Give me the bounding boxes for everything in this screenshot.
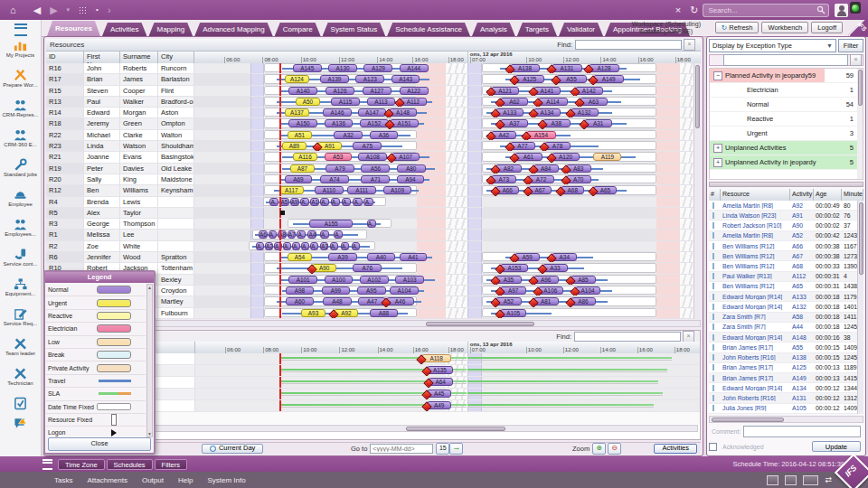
activity-bar[interactable]: A84 [533, 164, 559, 173]
sidebar-item-task-check-icon[interactable] [0, 397, 41, 417]
jeopardy-column-activity[interactable]: Activity [790, 189, 814, 201]
activity-bar[interactable]: A51 [288, 131, 312, 139]
activity-bar[interactable]: A56 [361, 164, 390, 173]
activity-bar[interactable]: A112 [400, 98, 427, 106]
activity-bar[interactable]: A39 [328, 253, 357, 261]
activity-bar[interactable]: A116 [293, 153, 317, 161]
activity-bar[interactable]: A104 [390, 286, 419, 295]
sidebar-item-my-projects[interactable]: My Projects [0, 39, 41, 69]
activity-bar[interactable]: A93 [301, 309, 326, 317]
activity-bar[interactable]: A108 [358, 153, 387, 161]
activity-bar[interactable]: A132 [571, 108, 599, 117]
activity-bar[interactable]: A.. [256, 242, 264, 250]
tab-system-status[interactable]: System Status [323, 23, 386, 36]
column-header-first-name[interactable]: First Name [84, 52, 120, 63]
acknowledged-checkbox[interactable] [709, 443, 717, 451]
activity-bar[interactable]: A113 [367, 98, 396, 106]
jeopardy-table-hscrollbar[interactable] [709, 416, 863, 423]
column-header-surname[interactable]: Surname [120, 52, 158, 63]
jeopardy-row[interactable]: Julia Jones [R9]A10500:00:121409 [709, 404, 863, 414]
activity-bar[interactable]: A127 [363, 87, 392, 95]
resource-link[interactable]: Ben Williams [R12] [722, 283, 774, 289]
activity-bar[interactable]: A134 [533, 108, 561, 117]
resource-link[interactable]: Julia Jones [R9] [722, 405, 766, 411]
activity-bar[interactable]: A130 [328, 64, 357, 72]
statusbar-button-filters[interactable]: Filters [155, 459, 187, 470]
resource-row[interactable]: R22MichaelClarkeWaltonA51A32A36A42A154 [46, 130, 701, 141]
keyboard-icon[interactable] [803, 475, 818, 485]
activity-link[interactable]: A105 [792, 405, 807, 411]
tab-analysis[interactable]: Analysis [472, 23, 515, 36]
activity-bar[interactable]: A4 [307, 230, 316, 239]
resource-link[interactable]: Brian James [R17] [722, 364, 773, 371]
activity-bar[interactable]: A155 [309, 220, 353, 228]
sidebar-item-employee[interactable]: Employee [0, 188, 41, 218]
activity-bar[interactable]: A90 [312, 264, 336, 272]
activity-bar[interactable]: A.. [342, 198, 351, 206]
column-header-city[interactable]: City [158, 52, 194, 63]
resource-row[interactable]: R6JenniferWoodSprattonA54A39A40A41A59A34 [46, 252, 701, 263]
activity-bar[interactable]: A3 [320, 242, 328, 250]
resource-link[interactable]: John Roberts [R16] [722, 395, 776, 401]
display-by-dropdown[interactable]: Display by Exception Type▼ [709, 39, 836, 52]
jeopardy-row[interactable]: Brian James [R17]A5500:00:151409 [709, 343, 863, 352]
activity-bar[interactable]: A95 [357, 286, 386, 295]
activity-bar[interactable]: A120 [552, 153, 580, 161]
activity-bar[interactable]: A121 [491, 87, 519, 95]
activity-bar[interactable]: A100 [325, 276, 354, 284]
tree-item-unplanned-activity-in-jeopardy[interactable]: +Unplanned Activity in jeopardy5 [710, 155, 863, 170]
resource-row[interactable]: R23LindaWatsonShouldhamA89A91A75A77A78 [46, 141, 701, 152]
jeopardy-row[interactable]: Ben Williams [R12]A6800:00:331390 [709, 261, 863, 271]
activity-bar[interactable]: A52 [495, 297, 521, 305]
logoff-button[interactable]: Logoff [811, 22, 843, 33]
activity-link[interactable]: A52 [792, 232, 803, 239]
activity-link[interactable]: A68 [792, 263, 803, 269]
activity-bar[interactable]: A50 [296, 98, 320, 106]
activity-bar[interactable]: A98 [286, 286, 313, 295]
row-checkbox[interactable] [712, 395, 714, 401]
activity-bar[interactable]: A151 [390, 119, 419, 127]
refresh-icon[interactable]: ↻ [690, 0, 698, 20]
resource-link[interactable]: Ben Williams [R12] [722, 263, 774, 269]
activity-bar[interactable]: A67 [528, 186, 552, 194]
activity-bar[interactable]: A140 [288, 87, 317, 95]
jeopardy-row[interactable]: Paul Walker [R13]A11200:00:314 [709, 272, 863, 282]
activity-bar[interactable]: A46 [386, 297, 415, 305]
activity-bar[interactable]: A82 [495, 164, 521, 173]
row-checkbox[interactable] [712, 243, 714, 249]
tab-validator[interactable]: Validator [559, 23, 603, 36]
activity-bar[interactable]: A149 [593, 75, 623, 83]
activity-bar[interactable]: A7 [288, 230, 297, 239]
activity-link[interactable]: A66 [792, 243, 803, 249]
tab-schedule-assistance[interactable]: Schedule Assistance [387, 23, 470, 36]
activity-bar[interactable]: A.. [269, 230, 278, 239]
workbench-button[interactable]: Workbench [761, 22, 808, 33]
activity-bar[interactable]: A68 [561, 186, 584, 194]
activity-bar[interactable]: A138 [510, 64, 540, 72]
gantt-vertical-scrollbar[interactable] [693, 63, 701, 319]
find-clear-icon[interactable]: × [683, 331, 694, 343]
activity-bar[interactable]: A131 [552, 64, 581, 72]
caret-down-icon[interactable]: ▾ [67, 0, 71, 20]
tab-activities[interactable]: Activities [102, 23, 147, 36]
jeopardy-row[interactable]: Edward Morgan [R14]A13400:00:121344 [709, 383, 863, 393]
activity-bar[interactable]: A34 [552, 253, 577, 261]
jeopardy-row[interactable]: Brian James [R17]A12500:00:131189 [709, 363, 863, 373]
resource-row[interactable]: R2ZoeWhiteA..A2A..A..A..A..A..A3A..A..A.… [46, 241, 701, 252]
jeopardy-row[interactable]: Edward Morgan [R14]A14800:00:1638 [709, 333, 863, 343]
activity-bar[interactable]: A48 [323, 297, 352, 305]
activity-link[interactable]: A132 [792, 304, 807, 310]
activity-bar[interactable]: A42 [491, 131, 516, 139]
jeopardy-row[interactable]: John Roberts [R16]A13100:00:121312 [709, 393, 863, 403]
jeopardy-row[interactable]: Brian James [R17]A14900:00:131415 [709, 373, 863, 383]
activity-bar[interactable]: A.. [334, 230, 343, 239]
activity-link[interactable]: A58 [792, 314, 803, 320]
activity-bar[interactable]: A128 [589, 64, 618, 72]
row-checkbox[interactable] [712, 375, 714, 381]
activity-bar[interactable]: A.. [269, 198, 278, 206]
activity-bar[interactable]: A119 [593, 153, 621, 161]
comment-input[interactable] [743, 426, 861, 437]
activity-bar[interactable]: A150 [288, 119, 317, 127]
activity-bar[interactable]: A79 [326, 164, 354, 173]
activity-bar[interactable]: A81 [533, 297, 559, 305]
